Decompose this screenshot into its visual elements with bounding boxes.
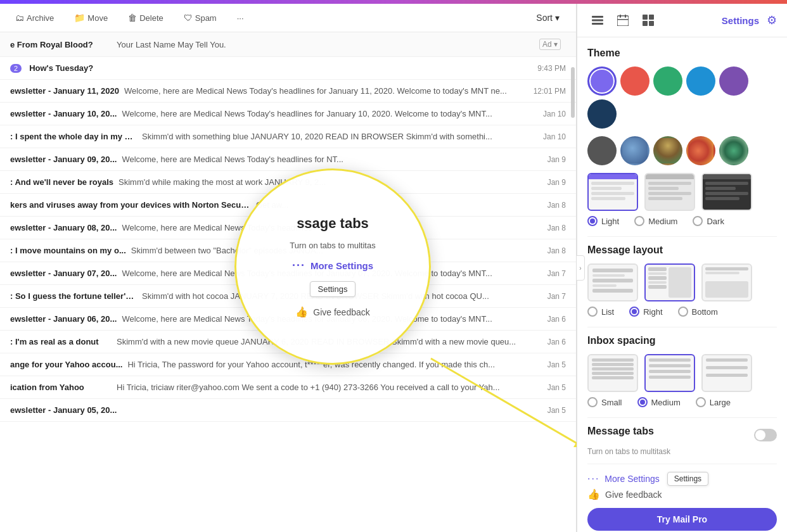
theme-swatch-red[interactable] [620,66,649,96]
email-date: 12:01 PM [534,87,566,96]
radio-medium-spacing[interactable]: Medium [637,397,681,407]
email-subject-preview: Get aw... [256,200,537,210]
email-sender: ewsletter - January 10, 20... [10,109,117,118]
email-sender: e From Royal Blood? [10,40,112,49]
email-row[interactable]: ewsletter - January 09, 20... Welcome, h… [0,148,576,171]
layout-list-thumb[interactable] [587,263,638,301]
email-sender: ewsletter - January 09, 20... [10,155,117,164]
settings-panel: Settings ⚙ Theme [577,4,787,532]
email-row[interactable]: ication from Yahoo Hi Tricia, triciaw ri… [0,376,576,399]
email-row[interactable]: ewsletter - January 10, 20... Welcome, h… [0,103,576,125]
try-mail-pro-button[interactable]: Try Mail Pro [587,508,777,531]
theme-swatch-photo2[interactable] [653,136,682,165]
main-container: 🗂 Archive 📁 Move 🗑 Delete 🛡 Spam ··· Sor… [0,4,787,532]
email-row[interactable]: : So I guess the fortune teller's rig...… [0,285,576,308]
email-row[interactable]: ewsletter - January 08, 20... Welcome, h… [0,217,576,239]
radio-list[interactable]: List [587,307,614,317]
radio-dark-circle [693,216,703,226]
radio-large[interactable]: Large [696,397,731,407]
radio-right[interactable]: Right [629,307,662,317]
list-view-icon [592,16,603,25]
theme-dark-thumb[interactable] [701,173,752,211]
spam-label: Spam [195,13,217,23]
view-list-icon-btn[interactable] [587,10,608,30]
radio-light[interactable]: Light [587,216,619,226]
more-settings-row[interactable]: ··· More Settings Settings [587,472,777,486]
move-button[interactable]: 📁 Move [69,10,113,25]
email-row[interactable]: : I spent the whole day in my he... Skim… [0,125,576,148]
radio-medium[interactable]: Medium [634,216,677,226]
email-row[interactable]: : I move mountains on my o... Skimm'd be… [0,239,576,262]
email-subject-preview: Welcome, here are Medical News Today's h… [122,314,537,324]
archive-button[interactable]: 🗂 Archive [10,10,59,25]
email-subject-preview: Welcome, here are Medical News Today's h… [122,155,537,164]
sort-chevron-icon: ▾ [555,13,560,23]
theme-medium-thumb[interactable] [644,173,695,211]
email-row[interactable]: kers and viruses away from your devices … [0,194,576,217]
email-row[interactable]: ewsletter - January 06, 20... Welcome, h… [0,308,576,331]
divider-4 [587,464,777,464]
view-grid-icon-btn[interactable] [638,10,658,30]
view-calendar-icon-btn[interactable] [613,10,633,30]
layout-bottom-thumb[interactable] [701,263,752,301]
sort-button[interactable]: Sort ▾ [530,9,566,27]
theme-swatch-photo1[interactable] [620,136,649,165]
email-row[interactable]: 2 How's Tuesday? 9:43 PM [0,57,576,80]
theme-swatch-purple[interactable] [587,66,617,96]
theme-swatch-navy[interactable] [587,99,617,129]
email-row[interactable]: ewsletter - January 05, 20... Jan 5 [0,399,576,422]
give-feedback-label: Give feedback [605,490,662,500]
theme-swatch-gray[interactable] [587,136,617,165]
give-feedback-row[interactable]: 👍 Give feedback [587,488,777,500]
thumbs-up-icon: 👍 [587,488,600,500]
theme-swatch-dark-purple[interactable] [719,66,748,96]
theme-swatch-photo3[interactable] [686,136,715,165]
email-row[interactable]: : And we'll never be royals Skimm'd whil… [0,171,576,194]
theme-swatch-photo4[interactable] [719,136,748,165]
email-row[interactable]: ewsletter - January 11, 2020 Welcome, he… [0,80,576,103]
inbox-spacing-title: Inbox spacing [587,335,777,346]
spam-button[interactable]: 🛡 Spam [179,10,222,25]
theme-mode-radio-group: Light Medium Dark [587,216,777,226]
theme-swatch-blue[interactable] [686,66,715,96]
email-row[interactable]: e From Royal Blood? Your Last Name May T… [0,32,576,57]
delete-button[interactable]: 🗑 Delete [123,10,169,25]
spacing-large-thumb[interactable] [701,354,752,392]
sort-label: Sort [536,13,553,23]
message-tabs-toggle-row: Message tabs [587,426,777,445]
email-row[interactable]: : I'm as real as a donut Skimm'd with a … [0,331,576,353]
layout-radio-group: List Right Bottom [587,307,777,317]
layout-right-thumb[interactable] [644,263,695,301]
spacing-medium-thumb[interactable] [644,354,695,392]
gear-icon[interactable]: ⚙ [767,13,777,27]
email-date: 9:43 PM [537,64,566,73]
svg-rect-9 [643,15,648,20]
email-sender: : I move mountains on my o... [10,246,126,255]
radio-dark[interactable]: Dark [693,216,724,226]
email-toolbar: 🗂 Archive 📁 Move 🗑 Delete 🛡 Spam ··· Sor… [0,4,576,32]
radio-light-circle [587,216,598,226]
email-row[interactable]: ewsletter - January 07, 20... Welcome, h… [0,262,576,285]
spacing-small-thumb[interactable] [587,354,638,392]
expand-panel-button[interactable]: › [576,255,585,281]
theme-swatches [587,66,777,129]
theme-swatch-green[interactable] [653,66,682,96]
email-sender: : I'm as real as a donut [10,337,112,346]
divider-3 [587,417,777,418]
radio-small[interactable]: Small [587,397,622,407]
email-date: Jan 9 [547,178,566,187]
email-sender: ication from Yahoo [10,383,112,392]
radio-bottom[interactable]: Bottom [678,307,718,317]
radio-large-label: Large [710,398,731,407]
more-button[interactable]: ··· [232,11,249,25]
svg-rect-8 [617,19,629,20]
message-tabs-toggle[interactable] [754,429,777,441]
scroll-thumb[interactable] [571,67,575,118]
archive-label: Archive [27,13,54,23]
theme-light-thumb[interactable] [587,173,638,211]
email-row[interactable]: ange for your Yahoo accou... Hi Tricia, … [0,353,576,376]
theme-section: Theme [587,48,777,226]
move-label: Move [87,13,108,23]
radio-bottom-label: Bottom [692,307,718,317]
svg-rect-2 [592,16,603,18]
